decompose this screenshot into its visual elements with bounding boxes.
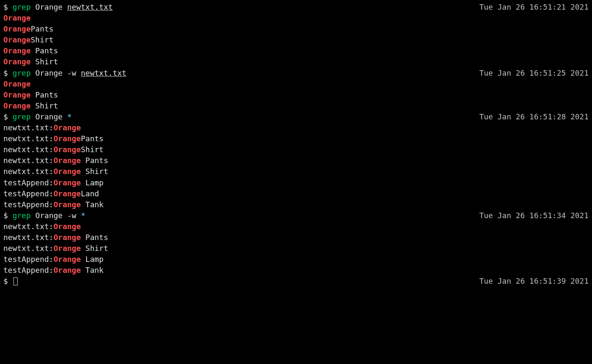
timestamp: Tue Jan 26 16:51:21 2021 bbox=[479, 2, 589, 13]
cursor-icon bbox=[13, 277, 18, 286]
grep-match: Orange bbox=[53, 156, 81, 165]
output-file-prefix: newtxt.txt: bbox=[3, 222, 53, 231]
grep-match: Orange bbox=[53, 134, 81, 143]
grep-match: Orange bbox=[53, 178, 81, 187]
grep-match: Orange bbox=[53, 222, 81, 231]
output-file-prefix: newtxt.txt: bbox=[3, 134, 53, 143]
prompt-line[interactable]: $ grep Orange *Tue Jan 26 16:51:28 2021 bbox=[3, 111, 589, 122]
output-suffix: Pants bbox=[31, 46, 58, 55]
prompt-line[interactable]: $ grep Orange -w *Tue Jan 26 16:51:34 20… bbox=[3, 210, 589, 221]
command-arg: Orange bbox=[35, 211, 67, 220]
output-line: newtxt.txt:Orange Shirt bbox=[3, 166, 589, 177]
command-file: newtxt.txt bbox=[81, 69, 126, 77]
output-line: OrangeShirt bbox=[3, 34, 589, 45]
output-file-prefix: newtxt.txt: bbox=[3, 244, 53, 253]
output-suffix: Shirt bbox=[31, 101, 58, 110]
grep-match: Orange bbox=[53, 200, 81, 209]
command-name: grep bbox=[13, 112, 35, 121]
wildcard-glob: * bbox=[67, 112, 72, 121]
output-line: Orange Pants bbox=[3, 90, 589, 100]
output-suffix: Pants bbox=[31, 24, 53, 33]
prompt-line[interactable]: $ grep Orange -w newtxt.txtTue Jan 26 16… bbox=[3, 68, 589, 79]
grep-match: Orange bbox=[3, 35, 31, 44]
prompt-line[interactable]: $ grep Orange newtxt.txtTue Jan 26 16:51… bbox=[3, 2, 589, 13]
output-line: newtxt.txt:Orange Pants bbox=[3, 155, 589, 166]
output-suffix: Pants bbox=[81, 134, 103, 143]
prompt-symbol: $ bbox=[3, 3, 13, 11]
output-line: Orange bbox=[3, 13, 589, 24]
command-name: grep bbox=[13, 211, 35, 220]
grep-match: Orange bbox=[3, 24, 31, 33]
command-arg: Orange bbox=[35, 112, 67, 121]
output-suffix: Pants bbox=[81, 233, 108, 242]
output-line: testAppend:Orange Lamp bbox=[3, 254, 589, 265]
output-suffix: Shirt bbox=[81, 145, 103, 154]
output-file-prefix: newtxt.txt: bbox=[3, 145, 53, 154]
command-flag: -w bbox=[67, 211, 81, 220]
output-line: Orange Shirt bbox=[3, 100, 589, 111]
grep-match: Orange bbox=[3, 79, 31, 88]
wildcard-glob: * bbox=[81, 211, 85, 220]
timestamp: Tue Jan 26 16:51:39 2021 bbox=[479, 276, 589, 287]
prompt-symbol: $ bbox=[3, 277, 13, 285]
grep-match: Orange bbox=[53, 255, 81, 264]
output-file-prefix: testAppend: bbox=[3, 200, 53, 209]
output-file-prefix: newtxt.txt: bbox=[3, 233, 53, 242]
output-suffix: Land bbox=[81, 189, 99, 198]
command-arg: Orange bbox=[35, 3, 67, 11]
output-line: newtxt.txt:OrangePants bbox=[3, 133, 589, 144]
grep-match: Orange bbox=[53, 123, 81, 132]
output-line: Orange Shirt bbox=[3, 56, 589, 67]
command-arg: Orange bbox=[35, 69, 67, 77]
output-suffix: Lamp bbox=[81, 178, 103, 187]
output-suffix: Shirt bbox=[31, 57, 58, 66]
timestamp: Tue Jan 26 16:51:25 2021 bbox=[479, 68, 589, 79]
prompt-symbol: $ bbox=[3, 112, 13, 121]
output-suffix: Shirt bbox=[81, 167, 108, 176]
output-suffix: Tank bbox=[81, 266, 103, 274]
grep-match: Orange bbox=[53, 167, 81, 176]
output-file-prefix: newtxt.txt: bbox=[3, 156, 53, 165]
grep-match: Orange bbox=[3, 46, 31, 55]
output-file-prefix: testAppend: bbox=[3, 255, 53, 264]
grep-match: Orange bbox=[53, 233, 81, 242]
grep-match: Orange bbox=[53, 266, 81, 274]
output-suffix: Pants bbox=[81, 156, 108, 165]
output-line: Orange Pants bbox=[3, 45, 589, 56]
output-suffix: Lamp bbox=[81, 255, 103, 264]
output-file-prefix: testAppend: bbox=[3, 266, 53, 274]
output-line: newtxt.txt:Orange bbox=[3, 221, 589, 232]
timestamp: Tue Jan 26 16:51:28 2021 bbox=[479, 111, 589, 122]
output-file-prefix: newtxt.txt: bbox=[3, 167, 53, 176]
grep-match: Orange bbox=[53, 244, 81, 253]
terminal[interactable]: $ grep Orange newtxt.txtTue Jan 26 16:51… bbox=[3, 2, 589, 287]
output-line: Orange bbox=[3, 79, 589, 90]
output-line: newtxt.txt:Orange bbox=[3, 122, 589, 133]
command-name: grep bbox=[13, 3, 35, 11]
output-line: newtxt.txt:Orange Shirt bbox=[3, 243, 589, 254]
output-file-prefix: newtxt.txt: bbox=[3, 123, 53, 132]
output-line: testAppend:OrangeLand bbox=[3, 188, 589, 199]
grep-match: Orange bbox=[3, 13, 31, 22]
grep-match: Orange bbox=[3, 90, 31, 99]
output-line: testAppend:Orange Tank bbox=[3, 199, 589, 210]
output-line: OrangePants bbox=[3, 24, 589, 34]
output-suffix: Pants bbox=[31, 90, 58, 99]
output-file-prefix: testAppend: bbox=[3, 178, 53, 187]
output-suffix: Shirt bbox=[81, 244, 108, 253]
output-line: testAppend:Orange Tank bbox=[3, 265, 589, 276]
prompt-line-active[interactable]: $ Tue Jan 26 16:51:39 2021 bbox=[3, 276, 589, 287]
output-file-prefix: testAppend: bbox=[3, 189, 53, 198]
output-suffix: Tank bbox=[81, 200, 103, 209]
timestamp: Tue Jan 26 16:51:34 2021 bbox=[479, 210, 589, 221]
grep-match: Orange bbox=[3, 101, 31, 110]
output-line: newtxt.txt:Orange Pants bbox=[3, 232, 589, 243]
grep-match: Orange bbox=[53, 145, 81, 154]
output-line: newtxt.txt:OrangeShirt bbox=[3, 144, 589, 155]
output-suffix: Shirt bbox=[31, 35, 53, 44]
grep-match: Orange bbox=[3, 57, 31, 66]
prompt-symbol: $ bbox=[3, 211, 13, 220]
prompt-symbol: $ bbox=[3, 69, 13, 77]
command-name: grep bbox=[13, 69, 35, 77]
command-file: newtxt.txt bbox=[67, 3, 113, 11]
